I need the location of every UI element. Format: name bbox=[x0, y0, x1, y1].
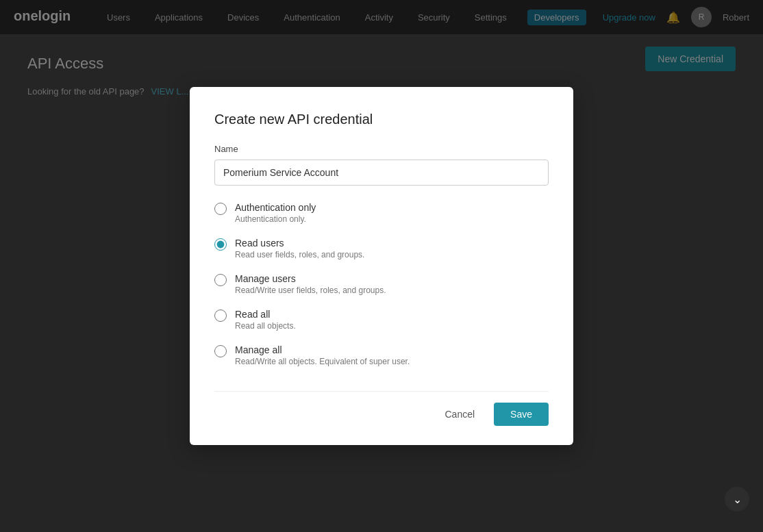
radio-group: Authentication only Authentication only.… bbox=[214, 202, 549, 366]
modal: Create new API credential Name Authentic… bbox=[190, 87, 573, 445]
radio-manage-all-label: Manage all bbox=[235, 344, 410, 355]
name-input[interactable] bbox=[214, 160, 549, 186]
radio-read-users-label: Read users bbox=[235, 238, 364, 249]
radio-read-all[interactable] bbox=[214, 309, 227, 322]
radio-read-users[interactable] bbox=[214, 238, 227, 251]
radio-manage-all-desc: Read/Write all objects. Equivalent of su… bbox=[235, 357, 410, 366]
radio-option-auth-only[interactable]: Authentication only Authentication only. bbox=[214, 202, 549, 224]
radio-read-all-label: Read all bbox=[235, 309, 296, 320]
radio-manage-users-desc: Read/Write user fields, roles, and group… bbox=[235, 286, 386, 295]
radio-auth-only[interactable] bbox=[214, 203, 227, 215]
radio-option-read-all[interactable]: Read all Read all objects. bbox=[214, 309, 549, 331]
radio-option-manage-all[interactable]: Manage all Read/Write all objects. Equiv… bbox=[214, 344, 549, 366]
radio-option-manage-users[interactable]: Manage users Read/Write user fields, rol… bbox=[214, 273, 549, 295]
name-label: Name bbox=[214, 144, 549, 154]
cancel-button[interactable]: Cancel bbox=[436, 403, 483, 425]
save-button[interactable]: Save bbox=[494, 403, 549, 426]
radio-auth-only-label: Authentication only bbox=[235, 202, 316, 213]
modal-footer: Cancel Save bbox=[214, 391, 549, 426]
modal-overlay: Create new API credential Name Authentic… bbox=[0, 0, 763, 532]
radio-manage-users-label: Manage users bbox=[235, 273, 386, 284]
radio-read-all-desc: Read all objects. bbox=[235, 321, 296, 331]
radio-read-users-desc: Read user fields, roles, and groups. bbox=[235, 250, 364, 259]
modal-title: Create new API credential bbox=[214, 112, 549, 127]
radio-auth-only-desc: Authentication only. bbox=[235, 214, 316, 224]
radio-option-read-users[interactable]: Read users Read user fields, roles, and … bbox=[214, 238, 549, 259]
radio-manage-users[interactable] bbox=[214, 274, 227, 286]
scroll-down-button[interactable]: ⌄ bbox=[725, 487, 749, 511]
radio-manage-all[interactable] bbox=[214, 345, 227, 357]
